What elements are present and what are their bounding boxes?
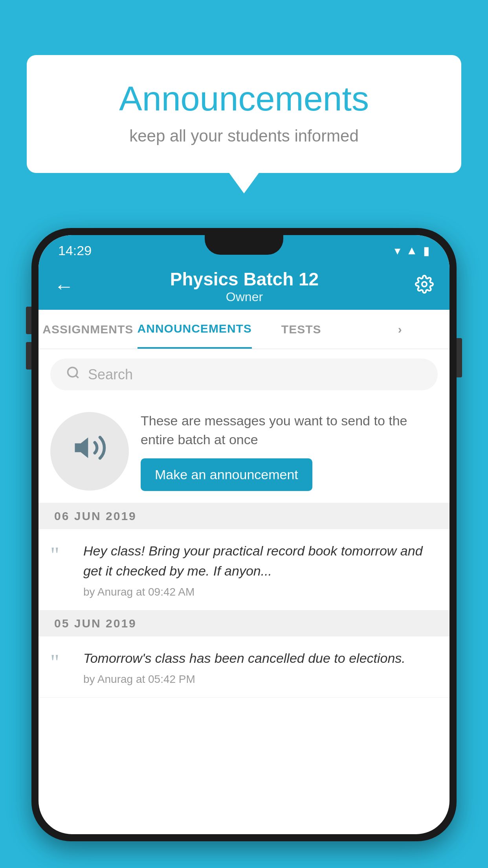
promo-icon-circle	[50, 412, 129, 491]
tab-more[interactable]: ›	[350, 310, 449, 349]
status-time: 14:29	[58, 243, 92, 258]
announcement-text-2: Tomorrow's class has been cancelled due …	[83, 648, 438, 668]
make-announcement-button[interactable]: Make an announcement	[141, 458, 312, 491]
vol-down-button	[26, 342, 31, 370]
battery-icon: ▮	[423, 244, 430, 257]
signal-icon: ▲	[406, 244, 418, 257]
app-bar-center: Physics Batch 12 Owner	[170, 268, 319, 304]
phone-frame: 14:29 ▾ ▲ ▮ ← Physics Batch 12 Owner	[31, 228, 457, 841]
announcement-content-1: Hey class! Bring your practical record b…	[83, 541, 438, 598]
announcement-meta-1: by Anurag at 09:42 AM	[83, 586, 438, 598]
announcement-meta-2: by Anurag at 05:42 PM	[83, 673, 438, 686]
tab-assignments[interactable]: ASSIGNMENTS	[39, 310, 138, 349]
svg-point-0	[422, 282, 427, 287]
search-icon	[66, 366, 80, 383]
speech-bubble-container: Announcements keep all your students inf…	[27, 55, 461, 173]
svg-line-2	[76, 375, 79, 378]
bubble-subtitle: keep all your students informed	[58, 127, 430, 145]
tab-announcements[interactable]: ANNOUNCEMENTS	[138, 310, 252, 349]
search-container: Search	[39, 349, 449, 400]
app-bar-title: Physics Batch 12	[170, 268, 319, 290]
promo-right: These are messages you want to send to t…	[141, 412, 438, 491]
search-placeholder: Search	[88, 366, 133, 383]
promo-description: These are messages you want to send to t…	[141, 412, 438, 449]
announcement-item-1: " Hey class! Bring your practical record…	[39, 529, 449, 611]
announcement-text-1: Hey class! Bring your practical record b…	[83, 541, 438, 581]
quote-icon-2: "	[50, 651, 74, 673]
speech-bubble: Announcements keep all your students inf…	[27, 55, 461, 173]
phone-container: 14:29 ▾ ▲ ▮ ← Physics Batch 12 Owner	[31, 228, 457, 868]
back-button[interactable]: ←	[54, 275, 74, 298]
power-button	[457, 338, 462, 377]
app-bar: ← Physics Batch 12 Owner	[39, 263, 449, 310]
announcement-item-2: " Tomorrow's class has been cancelled du…	[39, 636, 449, 698]
announcement-promo: These are messages you want to send to t…	[39, 400, 449, 503]
bubble-title: Announcements	[58, 79, 430, 119]
settings-button[interactable]	[415, 275, 434, 298]
app-bar-subtitle: Owner	[170, 290, 319, 304]
notch	[205, 235, 283, 255]
svg-point-1	[68, 368, 77, 377]
phone-screen: 14:29 ▾ ▲ ▮ ← Physics Batch 12 Owner	[39, 235, 449, 834]
tab-tests[interactable]: TESTS	[252, 310, 351, 349]
announcement-content-2: Tomorrow's class has been cancelled due …	[83, 648, 438, 686]
vol-up-button	[26, 307, 31, 334]
tabs: ASSIGNMENTS ANNOUNCEMENTS TESTS ›	[39, 310, 449, 349]
wifi-icon: ▾	[394, 244, 400, 257]
status-icons: ▾ ▲ ▮	[394, 244, 430, 257]
quote-icon-1: "	[50, 544, 74, 566]
content-area: Search	[39, 349, 449, 698]
date-separator-1: 06 JUN 2019	[39, 503, 449, 529]
search-bar[interactable]: Search	[50, 359, 438, 390]
megaphone-icon	[72, 430, 107, 473]
volume-buttons	[26, 307, 31, 370]
date-separator-2: 05 JUN 2019	[39, 611, 449, 636]
